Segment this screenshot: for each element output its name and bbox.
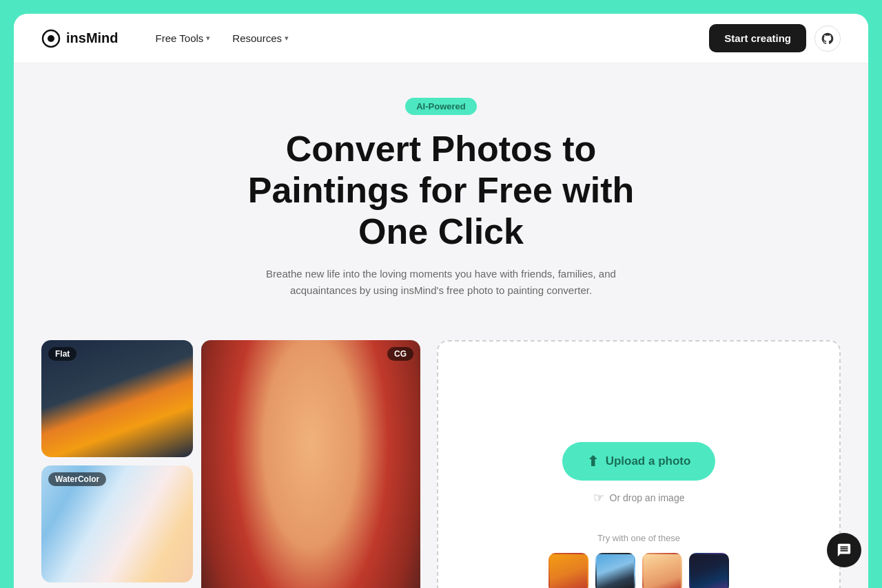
hero-title-line1: Convert Photos to bbox=[286, 129, 597, 169]
hero-subtitle: Breathe new life into the loving moments… bbox=[262, 266, 620, 299]
chat-bubble-button[interactable] bbox=[827, 533, 861, 567]
logo-text: insMind bbox=[66, 30, 119, 46]
svg-point-1 bbox=[48, 35, 54, 42]
flat-badge: Flat bbox=[48, 347, 76, 361]
main-container: insMind Free Tools ▾ Resources ▾ Start c… bbox=[14, 14, 868, 588]
nav-resources[interactable]: Resources ▾ bbox=[223, 27, 298, 50]
upload-photo-button[interactable]: ⬆ Upload a photo bbox=[562, 442, 716, 481]
chevron-down-icon: ▾ bbox=[285, 34, 289, 43]
watercolor-badge: WaterColor bbox=[48, 472, 106, 486]
page-wrapper: insMind Free Tools ▾ Resources ▾ Start c… bbox=[14, 14, 868, 588]
nav-links: Free Tools ▾ Resources ▾ bbox=[146, 27, 710, 50]
upload-btn-label: Upload a photo bbox=[606, 454, 691, 468]
sample-thumbs bbox=[548, 553, 729, 588]
nav-actions: Start creating bbox=[709, 24, 841, 52]
ai-badge: AI-Powered bbox=[405, 98, 477, 115]
sample-thumb-night[interactable] bbox=[689, 553, 729, 588]
hero-title: Convert Photos to Paintings for Free wit… bbox=[200, 129, 682, 252]
examples-panel: Flat WaterColor Anime bbox=[41, 340, 420, 588]
github-button[interactable] bbox=[814, 25, 841, 52]
hero-title-line2: Paintings for Free with bbox=[248, 170, 635, 210]
hero-section: AI-Powered Convert Photos to Paintings f… bbox=[14, 63, 868, 319]
upload-icon: ⬆ bbox=[587, 453, 599, 470]
try-with-label: Try with one of these bbox=[597, 533, 680, 543]
example-flat[interactable]: Flat bbox=[41, 340, 193, 457]
drop-text-label: Or drop an image bbox=[610, 492, 685, 503]
logo-icon bbox=[41, 29, 61, 48]
nav-resources-label: Resources bbox=[232, 32, 282, 44]
logo-area[interactable]: insMind bbox=[41, 29, 119, 48]
sample-thumb-girl[interactable] bbox=[548, 553, 588, 588]
sample-thumb-paris[interactable] bbox=[595, 553, 635, 588]
navbar: insMind Free Tools ▾ Resources ▾ Start c… bbox=[14, 14, 868, 63]
sample-thumb-portrait[interactable] bbox=[642, 553, 682, 588]
cg-badge: CG bbox=[387, 347, 413, 361]
examples-col-right: CG bbox=[201, 340, 420, 588]
hero-title-line3: One Click bbox=[358, 211, 524, 251]
upload-panel: ⬆ Upload a photo ☞ Or drop an image Try … bbox=[437, 340, 841, 588]
hand-icon: ☞ bbox=[593, 490, 604, 505]
content-area: Flat WaterColor Anime bbox=[14, 319, 868, 588]
drop-text-area: ☞ Or drop an image bbox=[593, 490, 685, 505]
chevron-down-icon: ▾ bbox=[206, 34, 210, 43]
start-creating-button[interactable]: Start creating bbox=[709, 24, 806, 52]
nav-free-tools-label: Free Tools bbox=[156, 32, 204, 44]
example-cg[interactable]: CG bbox=[201, 340, 420, 588]
examples-col-left: Flat WaterColor Anime bbox=[41, 340, 193, 588]
example-watercolor[interactable]: WaterColor bbox=[41, 465, 193, 582]
nav-free-tools[interactable]: Free Tools ▾ bbox=[146, 27, 220, 50]
